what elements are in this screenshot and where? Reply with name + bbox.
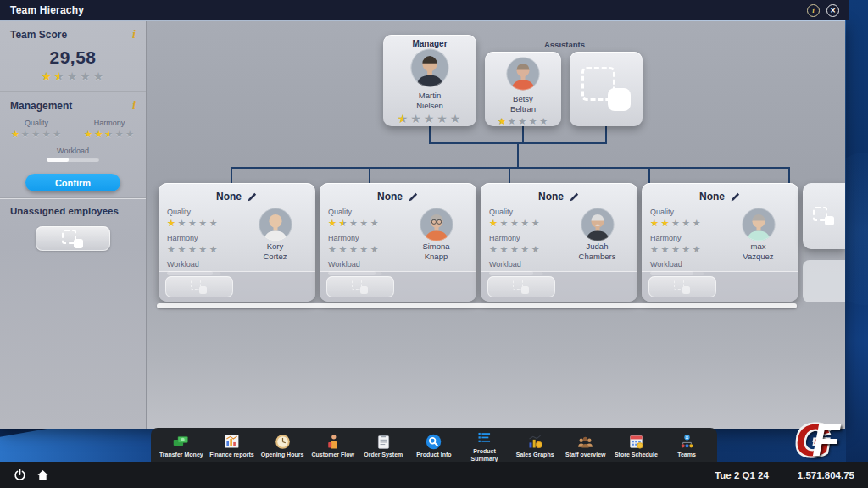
order-system-icon <box>375 433 392 451</box>
management-stats: Quality ★★★★★★★★★★ Harmony ★★★★★★★★★★ <box>0 119 146 142</box>
taskbar-item-product-summary[interactable]: Product Summary <box>460 430 509 462</box>
team-title: None <box>377 191 403 202</box>
transfer-money-icon <box>172 433 190 451</box>
power-icon[interactable] <box>14 469 26 481</box>
workload-label: Workload <box>650 260 723 269</box>
harmony-stars: ★★★★★★★★★★ <box>650 245 702 254</box>
taskbar-item-order-system[interactable]: Order System <box>359 433 408 458</box>
employee-name-line2: Knapp <box>425 252 448 262</box>
harmony-label: Harmony <box>73 119 146 127</box>
close-icon[interactable]: ✕ <box>826 4 839 17</box>
assistant-card[interactable]: Betsy Beltran ★★★★★★★★★★ <box>485 52 561 126</box>
edit-pencil-icon[interactable] <box>408 191 419 202</box>
avatar <box>410 48 449 87</box>
product-info-icon <box>425 433 442 451</box>
team-card-footer <box>642 271 798 302</box>
team-drop-slot[interactable] <box>487 276 555 297</box>
quality-label: Quality <box>650 208 723 216</box>
info-icon[interactable]: i <box>807 4 820 17</box>
taskbar-item-finance-reports[interactable]: Finance reports <box>207 433 256 458</box>
harmony-stars: ★★★★★★★★★★ <box>328 245 380 254</box>
taskbar-item-transfer-money[interactable]: Transfer Money <box>157 433 206 458</box>
team-card[interactable]: None Quality ★★★★★★★★★★ Harmony ★★★★★★★★… <box>159 183 315 302</box>
team-drop-slot-partial[interactable] <box>803 183 845 249</box>
assistant-name-line1: Betsy <box>485 95 561 104</box>
harmony-label: Harmony <box>650 234 723 242</box>
employee-name-line1: max <box>751 242 766 252</box>
org-chart-panel: Manager Martin Nielsen ★★★★★★★★★★ Assist… <box>147 21 845 429</box>
team-score-header: Team Score i <box>0 21 146 44</box>
drag-drop-icon <box>191 280 208 294</box>
taskbar-item-customer-flow[interactable]: Customer Flow <box>309 433 358 458</box>
taskbar-item-product-info[interactable]: Product Info <box>409 433 459 458</box>
avatar <box>259 208 292 241</box>
taskbar-item-sales-graphs[interactable]: Sales Graphs <box>510 433 559 458</box>
quality-stars: ★★★★★★★★★★ <box>650 219 702 228</box>
employee-name-line2: Chambers <box>579 252 616 262</box>
team-score-stars: ★★★★★★★★★★ <box>41 70 106 82</box>
edit-pencil-icon[interactable] <box>247 191 258 202</box>
team-card[interactable]: None Quality ★★★★★★★★★★ Harmony ★★★★★★★★… <box>642 183 798 302</box>
connector-line <box>788 167 790 183</box>
team-card-footer <box>159 271 315 302</box>
home-icon[interactable] <box>36 469 49 481</box>
harmony-label: Harmony <box>328 234 401 242</box>
quality-label: Quality <box>0 119 73 127</box>
quality-stars: ★★★★★★★★★★ <box>167 219 219 228</box>
employee-name-line2: Vazquez <box>743 252 773 262</box>
management-quality: Quality ★★★★★★★★★★ <box>0 119 73 142</box>
confirm-button[interactable]: Confirm <box>25 174 120 191</box>
workload-label: Workload <box>0 147 146 155</box>
team-hierarchy-window: Team Score i 29,58 ★★★★★★★★★★ Management… <box>0 20 845 428</box>
quality-label: Quality <box>489 208 562 216</box>
connector-line <box>605 126 607 142</box>
drag-drop-icon <box>352 280 369 294</box>
team-drop-slot[interactable] <box>648 276 716 297</box>
team-title: None <box>699 191 725 202</box>
horizontal-scrollbar[interactable] <box>157 303 797 308</box>
harmony-label: Harmony <box>167 234 240 242</box>
employee-name-line1: Kory <box>267 242 284 252</box>
customer-flow-icon <box>324 433 342 451</box>
avatar <box>506 57 540 91</box>
gf-logo: GF <box>795 417 840 463</box>
assistant-stars: ★★★★★★★★★★ <box>497 117 548 126</box>
edit-pencil-icon[interactable] <box>569 191 580 202</box>
team-title: None <box>216 191 242 202</box>
workload-label: Workload <box>167 260 240 269</box>
product-summary-icon <box>476 430 493 447</box>
edit-pencil-icon[interactable] <box>730 191 741 202</box>
team-drop-slot[interactable] <box>165 276 233 297</box>
team-card[interactable]: None Quality ★★★★★★★★★★ Harmony ★★★★★★★★… <box>320 183 476 302</box>
manager-name-line2: Nielsen <box>383 102 476 111</box>
taskbar-item-teams[interactable]: Teams <box>662 433 711 458</box>
harmony-stars: ★★★★★★★★★★ <box>167 245 219 254</box>
manager-role-label: Manager <box>383 39 476 48</box>
taskbar-item-opening-hours[interactable]: Opening Hours <box>258 433 307 458</box>
workload-label: Workload <box>328 260 401 269</box>
manager-card[interactable]: Manager Martin Nielsen ★★★★★★★★★★ <box>383 35 476 126</box>
taskbar-item-store-schedule[interactable]: Store Schedule <box>611 433 660 458</box>
assistant-drop-slot[interactable] <box>570 52 643 126</box>
workload-bar <box>47 158 99 162</box>
harmony-label: Harmony <box>489 234 562 242</box>
management-info-icon[interactable]: i <box>132 100 136 112</box>
team-score-info-icon[interactable]: i <box>132 29 136 41</box>
finance-reports-icon <box>223 433 241 451</box>
store-schedule-icon <box>627 433 645 451</box>
quality-label: Quality <box>167 208 240 216</box>
drag-drop-icon <box>674 280 691 294</box>
avatar <box>742 208 776 241</box>
management-harmony: Harmony ★★★★★★★★★★ <box>73 119 146 142</box>
team-card[interactable]: None Quality ★★★★★★★★★★ Harmony ★★★★★★★★… <box>481 183 637 302</box>
team-drop-slot[interactable] <box>326 276 394 297</box>
employee-name-line1: Judah <box>587 242 609 252</box>
taskbar-item-staff-overview[interactable]: Staff overview <box>561 433 610 458</box>
sidebar: Team Score i 29,58 ★★★★★★★★★★ Management… <box>0 21 147 429</box>
team-title: None <box>538 191 564 202</box>
window-titlebar: Team Hierachy i ✕ <box>0 0 849 20</box>
unassigned-drop-slot[interactable] <box>36 226 110 251</box>
quality-stars: ★★★★★★★★★★ <box>10 130 62 139</box>
desktop: { "titlebar": { "title": "Team Hierachy"… <box>0 0 868 488</box>
staff-overview-icon <box>576 433 594 451</box>
